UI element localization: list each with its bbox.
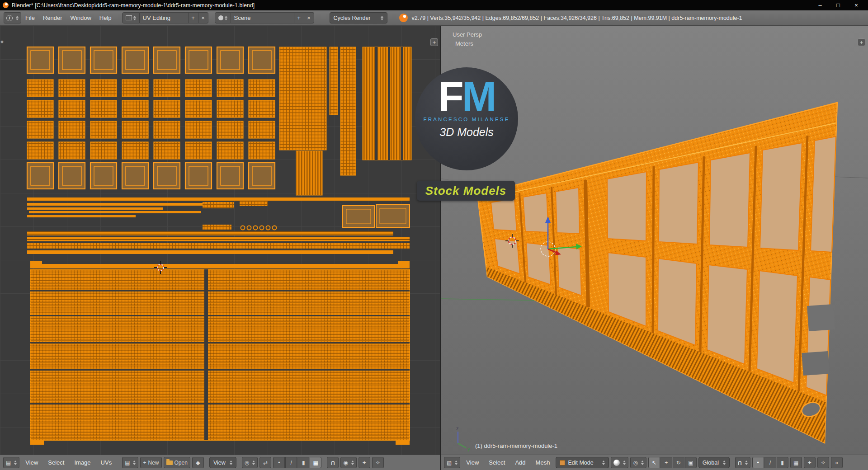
uv-canvas[interactable] <box>0 26 440 455</box>
more-arrows-icon: » <box>835 460 838 466</box>
pcb-notch <box>802 351 829 376</box>
face-icon: ▮ <box>302 460 305 466</box>
header-overflow-button[interactable]: » <box>831 457 843 468</box>
menu-window[interactable]: Window <box>66 14 95 21</box>
face-select-button[interactable]: ▮ <box>297 457 309 468</box>
mini-axis-widget: z y <box>446 425 473 451</box>
menu-image[interactable]: Image <box>70 459 94 466</box>
image-editor-icon: ▤ <box>6 460 11 466</box>
region-splitter-handle[interactable]: ◆ <box>0 39 4 44</box>
scene-close-button[interactable]: × <box>304 12 314 24</box>
manipulator-scale-button[interactable]: ▣ <box>685 457 697 468</box>
new-image-button[interactable]: + New <box>140 457 161 468</box>
chevron-updown-icon <box>351 461 354 465</box>
folder-icon <box>166 461 173 465</box>
editor-type-button[interactable]: ▤ <box>3 457 19 468</box>
menu-file[interactable]: File <box>21 14 39 21</box>
menu-render[interactable]: Render <box>39 14 66 21</box>
manipulator-translate-button[interactable]: + <box>660 457 672 468</box>
scene-name: Scene <box>234 14 251 21</box>
layout-name-field[interactable]: UV Editing <box>140 12 189 24</box>
info-header: i File Render Window Help UV Editing + ×… <box>0 10 868 26</box>
vertex-select-button[interactable]: • <box>752 457 764 468</box>
face-icon: ▮ <box>781 460 784 466</box>
uv-islands[interactable] <box>27 47 411 445</box>
editor-type-button-info[interactable]: i <box>4 12 21 24</box>
render-anim-icon: ✧ <box>821 460 826 466</box>
edge-select-button[interactable]: / <box>285 457 297 468</box>
manipulator-rotate-button[interactable]: ↻ <box>673 457 684 468</box>
uv-sync-toggle[interactable]: ⇄ <box>259 457 271 468</box>
scale-icon: ▣ <box>688 460 693 466</box>
opengl-render-button[interactable]: ✦ <box>804 457 816 468</box>
viewport-canvas[interactable] <box>441 26 868 455</box>
menu-add[interactable]: Add <box>511 459 529 466</box>
mode-select[interactable]: Edit Mode <box>556 457 609 468</box>
browse-image-button[interactable]: ▤ <box>122 457 138 468</box>
maximize-button[interactable]: □ <box>829 0 847 10</box>
occlude-toggle[interactable]: ▦ <box>790 457 802 468</box>
viewport-3d: User Persp Meters (1) ddr5-ram-memory-mo… <box>441 26 868 470</box>
chevron-updown-icon <box>16 16 19 20</box>
opengl-render-anim-button[interactable]: ✧ <box>817 457 829 468</box>
render-engine-select[interactable]: Cycles Render <box>330 12 387 24</box>
view-dropdown[interactable]: View <box>209 457 236 468</box>
island-select-button[interactable]: ▦ <box>310 457 321 468</box>
edge-select-button[interactable]: / <box>764 457 776 468</box>
scene-add-button[interactable]: + <box>294 12 304 24</box>
ram-module-mesh[interactable] <box>477 103 837 443</box>
manipulator-pointer-button[interactable]: ↖ <box>648 457 660 468</box>
menu-select[interactable]: Select <box>485 459 509 466</box>
magnet-icon: U <box>738 460 742 466</box>
engine-label: Cycles Render <box>334 15 371 21</box>
chevron-updown-icon <box>641 461 644 465</box>
layout-close-button[interactable]: × <box>198 12 208 24</box>
window-title: Blender* [C:\Users\franc\Desktop\ddr5-ra… <box>12 2 255 9</box>
layout-add-button[interactable]: + <box>189 12 198 24</box>
edge-icon: / <box>291 460 292 466</box>
minimize-button[interactable]: – <box>811 0 829 10</box>
editors-area: ◆ + ▤ View Select Image UVs ▤ + New <box>0 26 868 470</box>
menu-view[interactable]: View <box>21 459 42 466</box>
title-bar: Blender* [C:\Users\franc\Desktop\ddr5-ra… <box>0 0 868 10</box>
menu-mesh[interactable]: Mesh <box>532 459 554 466</box>
axis-y-label: y <box>467 446 470 451</box>
chevron-updown-icon <box>133 461 136 465</box>
render-slot-button[interactable]: ✦ <box>359 457 370 468</box>
proportional-edit-button[interactable]: ◉ <box>340 457 356 468</box>
occlude-icon: ▦ <box>793 460 798 466</box>
viewport-header: ▧ View Select Add Mesh Edit Mode ◎ <box>441 455 868 470</box>
mode-label: Edit Mode <box>568 460 593 466</box>
chevron-updown-icon <box>230 461 232 465</box>
chevron-updown-icon <box>723 461 726 465</box>
vertex-select-button[interactable]: • <box>273 457 285 468</box>
uv-image-editor: ◆ + ▤ View Select Image UVs ▤ + New <box>0 26 441 470</box>
translate-icon: + <box>665 460 668 466</box>
chevron-updown-icon <box>623 461 626 465</box>
editor-type-button[interactable]: ▧ <box>444 457 460 468</box>
menu-help[interactable]: Help <box>95 14 116 21</box>
close-button[interactable]: × <box>847 0 865 10</box>
island-icon: ▦ <box>313 460 318 466</box>
expand-region-button[interactable]: + <box>430 38 438 46</box>
face-select-button[interactable]: ▮ <box>777 457 788 468</box>
orientation-select[interactable]: Global <box>698 457 730 468</box>
scene-browse-button[interactable] <box>215 12 231 24</box>
render-icon: ✦ <box>362 460 367 466</box>
menu-uvs[interactable]: UVs <box>97 459 116 466</box>
snap-toggle[interactable]: U <box>735 457 750 468</box>
pin-image-button[interactable]: ◆ <box>192 457 204 468</box>
scopes-button[interactable]: ✧ <box>372 457 384 468</box>
viewport-shading-button[interactable] <box>611 457 628 468</box>
snap-toggle[interactable]: U <box>327 457 339 468</box>
pivot-point-button[interactable]: ◎ <box>630 457 646 468</box>
menu-select[interactable]: Select <box>44 459 68 466</box>
magnet-icon: U <box>331 460 335 466</box>
layout-browse-button[interactable] <box>122 12 140 24</box>
pivot-point-button[interactable]: ◎ <box>242 457 258 468</box>
expand-region-button[interactable]: + <box>858 38 865 46</box>
layout-name: UV Editing <box>143 14 170 21</box>
open-image-button[interactable]: Open <box>164 457 190 468</box>
scene-name-field[interactable]: Scene <box>231 12 294 24</box>
menu-view[interactable]: View <box>462 459 483 466</box>
